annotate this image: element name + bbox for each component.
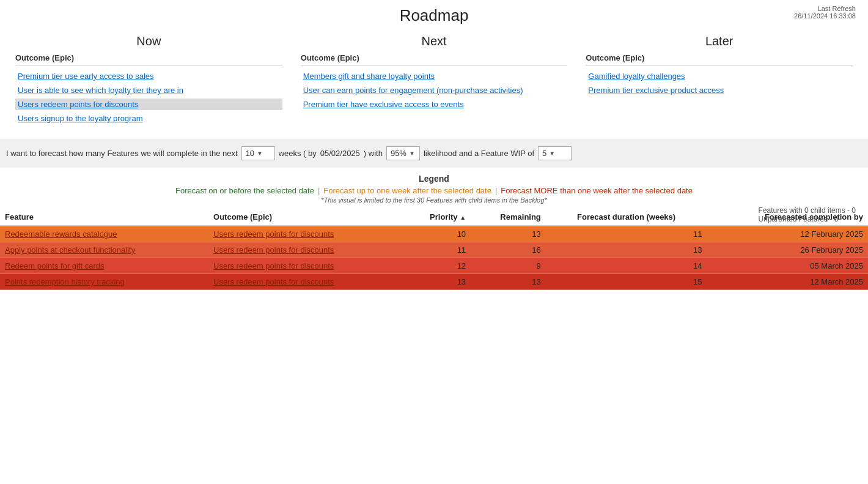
col-feature: Feature xyxy=(0,209,208,226)
cell-duration-1: 13 xyxy=(546,242,707,258)
table-row: Apply points at checkout functionality U… xyxy=(0,242,868,258)
cell-outcome-0[interactable]: Users redeem points for discounts xyxy=(208,226,402,242)
roadmap-item-now-0[interactable]: Premium tier use early access to sales xyxy=(15,70,282,82)
col-subtitle-next: Outcome (Epic) xyxy=(301,53,568,65)
page-header: Roadmap Last Refresh 26/11/2024 16:33:08 xyxy=(0,0,868,28)
last-refresh-value: 26/11/2024 16:33:08 xyxy=(794,12,856,20)
col-subtitle-now: Outcome (Epic) xyxy=(15,53,282,65)
feature-link-0: Redeemable rewards catalogue xyxy=(5,229,117,239)
legend-right-info: Features with 0 child items - 0 Unparent… xyxy=(759,206,856,223)
last-refresh-section: Last Refresh 26/11/2024 16:33:08 xyxy=(794,5,856,20)
roadmap-section: Now Outcome (Epic) Premium tier use earl… xyxy=(0,34,868,127)
outcome-link-2: Users redeem points for discounts xyxy=(213,261,334,270)
cell-feature-1[interactable]: Apply points at checkout functionality xyxy=(0,242,208,258)
table-section: Feature Outcome (Epic) Priority ▲ Remain… xyxy=(0,209,868,290)
roadmap-item-next-0[interactable]: Members gift and share loyalty points xyxy=(301,70,568,82)
roadmap-item-now-1[interactable]: User is able to see which loyalty tier t… xyxy=(15,84,282,96)
cell-priority-1: 11 xyxy=(402,242,471,258)
cell-remaining-0: 13 xyxy=(471,226,546,242)
legend-title: Legend xyxy=(0,174,868,184)
col-header-next: Next xyxy=(301,34,568,48)
outcome-link-1: Users redeem points for discounts xyxy=(213,245,334,255)
forecast-date: 05/02/2025 xyxy=(320,149,360,158)
legend-container: Legend Forecast on or before the selecte… xyxy=(0,174,868,204)
cell-completion-3: 12 March 2025 xyxy=(707,274,868,290)
cell-remaining-3: 13 xyxy=(471,274,546,290)
col-forecast-duration: Forecast duration (weeks) xyxy=(546,209,707,226)
col-header-later: Later xyxy=(586,34,853,48)
cell-outcome-1[interactable]: Users redeem points for discounts xyxy=(208,242,402,258)
feature-link-1: Apply points at checkout functionality xyxy=(5,245,135,255)
forecast-table: Feature Outcome (Epic) Priority ▲ Remain… xyxy=(0,209,868,290)
legend-section: Legend Forecast on or before the selecte… xyxy=(0,174,868,204)
page-title: Roadmap xyxy=(0,6,868,25)
table-row: Redeem points for gift cards Users redee… xyxy=(0,258,868,274)
roadmap-item-later-0[interactable]: Gamified loyalty challenges xyxy=(586,70,853,82)
outcome-link-0: Users redeem points for discounts xyxy=(213,229,334,239)
table-row: Redeemable rewards catalogue Users redee… xyxy=(0,226,868,242)
col-remaining: Remaining xyxy=(471,209,546,226)
legend-note: *This visual is limited to the first 30 … xyxy=(0,196,868,204)
col-priority[interactable]: Priority ▲ xyxy=(402,209,471,226)
last-refresh-label: Last Refresh xyxy=(794,5,856,12)
roadmap-item-now-3[interactable]: Users signup to the loyalty program xyxy=(15,113,282,124)
cell-feature-3[interactable]: Points redemption history tracking xyxy=(0,274,208,290)
roadmap-item-next-2[interactable]: Premium tier have exclusive access to ev… xyxy=(301,99,568,110)
cell-remaining-1: 16 xyxy=(471,242,546,258)
unparented-features: Unparented Features - 0 xyxy=(759,215,856,223)
cell-remaining-2: 9 xyxy=(471,258,546,274)
weeks-value: 10 xyxy=(246,149,254,158)
forecast-close-paren: ) with xyxy=(364,149,383,158)
roadmap-col-later: Later Outcome (Epic) Gamified loyalty ch… xyxy=(576,34,862,127)
cell-completion-1: 26 February 2025 xyxy=(707,242,868,258)
col-header-now: Now xyxy=(15,34,282,48)
legend-red-label: Forecast MORE than one week after the se… xyxy=(501,186,693,195)
forecast-weeks-label: weeks ( by xyxy=(279,149,317,158)
cell-outcome-2[interactable]: Users redeem points for discounts xyxy=(208,258,402,274)
chevron-down-icon: ▼ xyxy=(257,150,263,157)
cell-feature-2[interactable]: Redeem points for gift cards xyxy=(0,258,208,274)
forecast-prefix: I want to forecast how many Features we … xyxy=(6,149,238,158)
col-subtitle-later: Outcome (Epic) xyxy=(586,53,853,65)
legend-items: Forecast on or before the selected date … xyxy=(0,186,868,195)
cell-duration-2: 14 xyxy=(546,258,707,274)
cell-outcome-3[interactable]: Users redeem points for discounts xyxy=(208,274,402,290)
feature-link-3: Points redemption history tracking xyxy=(5,277,125,286)
table-header-row: Feature Outcome (Epic) Priority ▲ Remain… xyxy=(0,209,868,226)
cell-feature-0[interactable]: Redeemable rewards catalogue xyxy=(0,226,208,242)
likelihood-value: 95% xyxy=(391,149,406,158)
cell-duration-0: 11 xyxy=(546,226,707,242)
table-body: Redeemable rewards catalogue Users redee… xyxy=(0,226,868,290)
chevron-down-icon-2: ▼ xyxy=(409,150,415,157)
roadmap-item-later-1[interactable]: Premium tier exclusive product access xyxy=(586,84,853,96)
table-row: Points redemption history tracking Users… xyxy=(0,274,868,290)
features-zero-items: Features with 0 child items - 0 xyxy=(759,206,856,215)
forecast-suffix: likelihood and a Feature WIP of xyxy=(424,149,534,158)
cell-completion-0: 12 February 2025 xyxy=(707,226,868,242)
roadmap-item-next-1[interactable]: User can earn points for engagement (non… xyxy=(301,84,568,96)
legend-orange-label: Forecast up to one week after the select… xyxy=(323,186,491,195)
forecast-bar: I want to forecast how many Features we … xyxy=(0,139,868,168)
cell-duration-3: 15 xyxy=(546,274,707,290)
feature-link-2: Redeem points for gift cards xyxy=(5,261,105,270)
cell-completion-2: 05 March 2025 xyxy=(707,258,868,274)
sort-icon: ▲ xyxy=(460,214,466,221)
legend-sep-1: | xyxy=(318,186,320,195)
wip-selector[interactable]: 5 ▼ xyxy=(538,146,572,160)
likelihood-selector[interactable]: 95% ▼ xyxy=(386,146,420,160)
outcome-link-3: Users redeem points for discounts xyxy=(213,277,334,286)
col-outcome: Outcome (Epic) xyxy=(208,209,402,226)
wip-value: 5 xyxy=(542,149,546,158)
cell-priority-3: 13 xyxy=(402,274,471,290)
legend-sep-2: | xyxy=(495,186,497,195)
cell-priority-2: 12 xyxy=(402,258,471,274)
roadmap-col-next: Next Outcome (Epic) Members gift and sha… xyxy=(292,34,577,127)
roadmap-col-now: Now Outcome (Epic) Premium tier use earl… xyxy=(6,34,292,127)
legend-green-label: Forecast on or before the selected date xyxy=(175,186,314,195)
roadmap-item-now-2[interactable]: Users redeem points for discounts xyxy=(15,99,282,110)
weeks-selector[interactable]: 10 ▼ xyxy=(241,146,275,160)
chevron-down-icon-3: ▼ xyxy=(549,150,555,157)
cell-priority-0: 10 xyxy=(402,226,471,242)
